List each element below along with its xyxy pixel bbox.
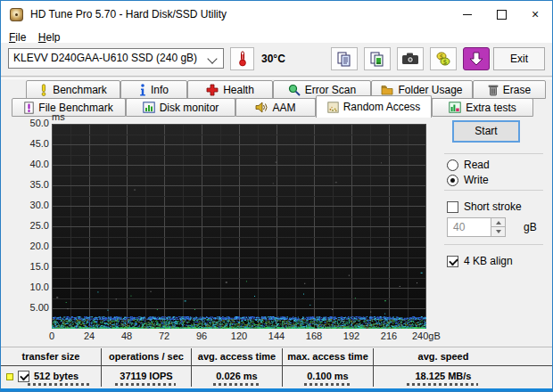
tab-health[interactable]: Health [187,80,273,99]
write-label: Write [464,174,489,186]
latency-scatter-plot [52,124,426,329]
y-tick-label: 35.0 [24,179,49,190]
x-tick-label: 192 [338,331,365,341]
tab-benchmark[interactable]: Benchmark [26,80,120,99]
menu-bar: File Help [1,29,552,43]
info-icon [139,84,146,96]
align-checkbox[interactable] [447,256,458,267]
file-benchmark-icon [24,102,34,114]
copy-text-button[interactable] [331,47,358,70]
close-icon: × [518,1,552,29]
read-radio[interactable] [447,159,458,171]
exit-button[interactable]: Exit [493,47,545,70]
drive-selector-value: KLEVV D240GAA-U610 SSD (240 gB) [13,52,197,64]
camera-icon [401,52,419,66]
read-radio-row[interactable]: Read [447,159,490,171]
transfer-size-checkbox[interactable] [18,371,29,382]
clipped-table-row [304,383,352,386]
y-tick-label: 20.0 [24,241,49,251]
register-button[interactable]: $ $ [430,47,457,70]
table-header-row: transfer size operations / sec avg. acce… [1,348,552,366]
short-stroke-row[interactable]: Short stroke [447,200,522,213]
maximize-button[interactable] [484,1,518,29]
app-window: HD Tune Pro 5.70 - Hard Disk/SSD Utility… [0,0,553,392]
short-stroke-checkbox[interactable] [447,201,458,213]
x-tick-label: 72 [151,331,177,341]
speaker-icon [255,102,268,113]
x-tick-label: 0 [38,331,65,341]
x-tick-label: 48 [113,331,140,341]
spin-down-button[interactable] [491,227,505,236]
chevron-down-icon [207,53,217,63]
clipped-table-row [115,383,176,386]
x-tick-label: 168 [301,331,327,341]
x-tick-label: 144 [263,331,290,341]
short-stroke-size-input[interactable]: 40 [447,217,506,237]
spin-down-icon [496,230,501,233]
x-tick-label: 216 [376,331,402,341]
scatter-canvas [52,124,426,329]
download-arrow-icon [469,51,483,67]
svg-text:$: $ [443,59,447,66]
panel-divider [444,190,543,191]
y-tick-label: 10.0 [24,282,49,292]
clipped-table-row [28,383,90,386]
short-stroke-size-value: 40 [453,221,465,233]
short-stroke-label: Short stroke [464,200,522,213]
header-avg-access: avg. access time [191,348,282,366]
x-tick-label: 120 [226,331,252,341]
y-tick-label: 30.0 [24,200,49,210]
update-button[interactable] [463,47,490,70]
panel-divider [444,153,543,154]
tab-aam[interactable]: AAM [235,98,316,117]
menu-help[interactable]: Help [38,31,61,44]
write-radio-row[interactable]: Write [447,174,489,186]
menu-file[interactable]: File [9,31,26,44]
thermometer-icon [235,51,250,67]
title-bar: HD Tune Pro 5.70 - Hard Disk/SSD Utility… [1,1,552,29]
drive-selector-dropdown[interactable]: KLEVV D240GAA-U610 SSD (240 gB) [8,48,224,69]
tab-info[interactable]: Info [120,80,187,99]
start-button[interactable]: Start [452,120,520,143]
disk-monitor-icon [143,102,155,113]
header-operations: operations / sec [101,348,191,366]
spin-up-icon [496,221,501,225]
maximize-icon [497,10,507,20]
close-button[interactable]: × [518,1,552,29]
tab-extra-tests[interactable]: Extra tests [432,98,533,117]
temperature-button[interactable] [230,47,254,70]
y-axis-unit-label: ms [52,111,65,122]
benchmark-icon [39,84,48,96]
y-tick-label: 40.0 [24,159,49,169]
tab-erase[interactable]: Erase [473,80,546,99]
tab-random-access[interactable]: Random Access [316,95,432,118]
extra-tests-icon [449,102,461,113]
clipped-table-row [213,383,261,386]
y-tick-label: 25.0 [24,220,49,231]
folder-icon [381,85,393,95]
header-avg-speed: avg. speed [373,348,552,366]
x-tick-label: 96 [188,331,215,341]
spin-up-button[interactable] [491,218,505,227]
minimize-button[interactable] [450,1,484,29]
read-label: Read [464,159,490,171]
screenshot-button[interactable] [397,47,424,70]
clipped-table-row [407,383,478,386]
short-stroke-unit-label: gB [524,221,537,233]
results-table: transfer size operations / sec avg. acce… [1,348,552,387]
tab-disk-monitor[interactable]: Disk monitor [126,98,235,117]
app-icon [10,8,23,21]
align-row[interactable]: 4 KB align [447,255,513,267]
align-label: 4 KB align [464,255,513,267]
write-radio[interactable] [447,175,458,186]
random-access-icon [327,102,339,113]
toolbar-divider [1,76,552,79]
y-tick-label: 15.0 [24,261,49,272]
health-cross-icon [206,84,219,96]
x-tick-label: 24 [76,331,103,341]
copy-image-button[interactable] [364,47,391,70]
toolbar: KLEVV D240GAA-U610 SSD (240 gB) 30°C [1,43,552,75]
tab-file-benchmark[interactable]: File Benchmark [12,98,126,117]
trash-icon [488,84,499,96]
series-legend-swatch [6,373,13,380]
